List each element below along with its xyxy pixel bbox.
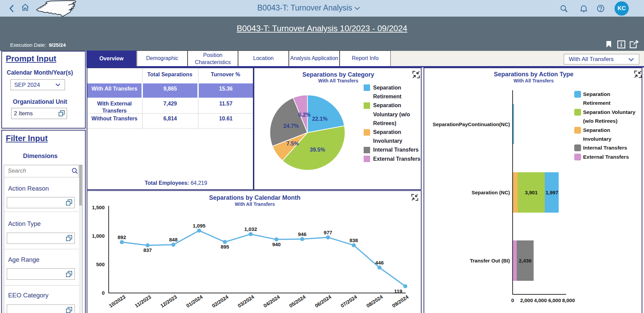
svg-text:SeparationPayContinuation(NC): SeparationPayContinuation(NC) bbox=[433, 121, 510, 127]
svg-text:2,000: 2,000 bbox=[520, 297, 533, 303]
svg-text:1,032: 1,032 bbox=[244, 226, 257, 232]
svg-text:01/2024: 01/2024 bbox=[185, 294, 204, 309]
svg-text:02/2024: 02/2024 bbox=[211, 294, 230, 309]
svg-text:848: 848 bbox=[169, 237, 177, 242]
svg-text:09/2024: 09/2024 bbox=[391, 294, 410, 309]
svg-text:1,997: 1,997 bbox=[545, 190, 558, 195]
svg-text:946: 946 bbox=[298, 231, 306, 237]
svg-text:977: 977 bbox=[324, 230, 332, 235]
svg-text:Transfer Out (BI): Transfer Out (BI) bbox=[470, 258, 510, 263]
svg-text:04/2024: 04/2024 bbox=[262, 294, 281, 309]
svg-text:07/2024: 07/2024 bbox=[340, 294, 358, 309]
svg-text:12/2023: 12/2023 bbox=[159, 294, 178, 309]
svg-text:05/2024: 05/2024 bbox=[288, 294, 307, 309]
svg-text:2,436: 2,436 bbox=[519, 258, 532, 263]
svg-text:1,095: 1,095 bbox=[193, 223, 206, 229]
svg-text:446: 446 bbox=[375, 260, 384, 266]
svg-text:6,000: 6,000 bbox=[548, 297, 561, 303]
svg-text:03/2024: 03/2024 bbox=[237, 294, 255, 309]
svg-text:895: 895 bbox=[221, 244, 229, 250]
svg-text:0: 0 bbox=[511, 297, 514, 303]
svg-text:10/2023: 10/2023 bbox=[108, 294, 127, 309]
svg-text:3,901: 3,901 bbox=[525, 190, 538, 195]
svg-text:06/2024: 06/2024 bbox=[314, 294, 332, 309]
svg-text:08/2024: 08/2024 bbox=[365, 294, 384, 309]
svg-text:1,500: 1,500 bbox=[92, 204, 105, 210]
svg-text:838: 838 bbox=[349, 237, 358, 243]
svg-text:837: 837 bbox=[143, 247, 152, 253]
svg-text:1,000: 1,000 bbox=[92, 233, 105, 239]
svg-text:119: 119 bbox=[394, 288, 402, 294]
svg-text:940: 940 bbox=[272, 241, 281, 247]
svg-text:11/2023: 11/2023 bbox=[134, 294, 152, 309]
svg-text:Separation (NC): Separation (NC) bbox=[472, 190, 510, 195]
svg-text:500: 500 bbox=[96, 261, 105, 267]
svg-text:8,000: 8,000 bbox=[562, 297, 575, 303]
svg-text:892: 892 bbox=[117, 234, 126, 240]
svg-text:0: 0 bbox=[102, 290, 105, 296]
svg-text:4,000: 4,000 bbox=[534, 297, 547, 303]
